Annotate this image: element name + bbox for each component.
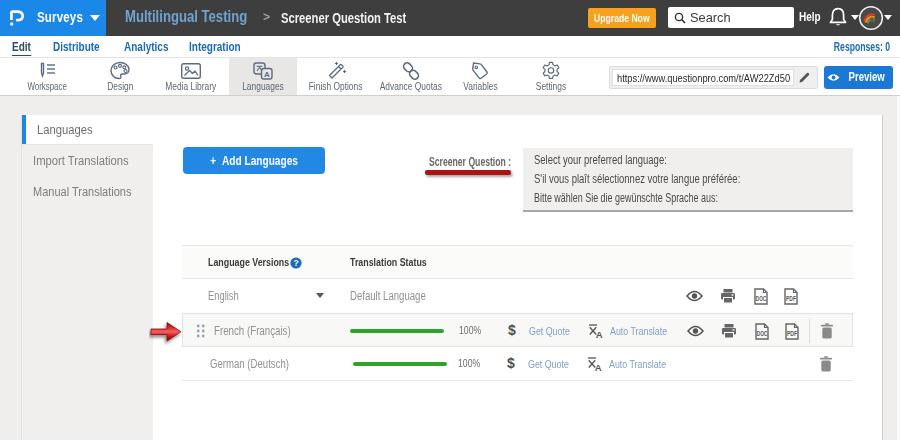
svg-text:PDF: PDF [786, 295, 796, 302]
svg-text:DOC: DOC [757, 330, 768, 337]
svg-text:DOC: DOC [756, 295, 767, 302]
svg-text:A: A [264, 70, 270, 79]
svg-text:PDF: PDF [787, 330, 797, 337]
svg-text:A: A [595, 362, 602, 372]
svg-text:?: ? [293, 258, 298, 268]
svg-text:A: A [596, 329, 603, 339]
